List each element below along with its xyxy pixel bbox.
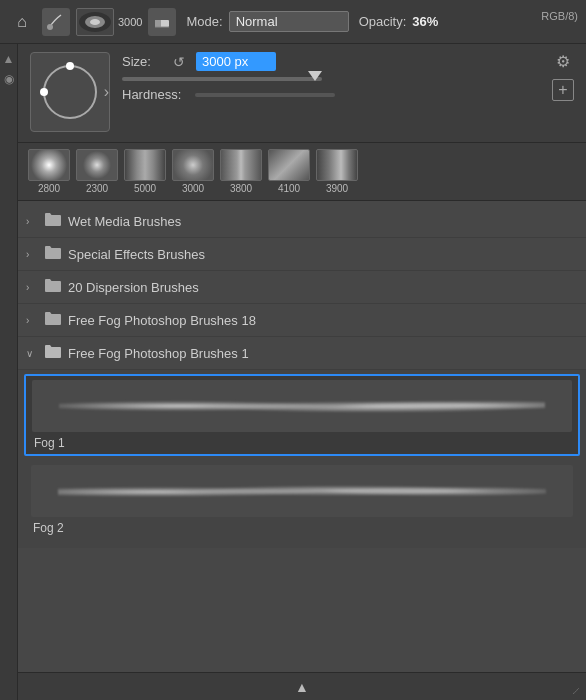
brush-thumb-preview-3000	[172, 149, 214, 181]
brush-thumb-preview-3900	[316, 149, 358, 181]
brush-thumb-5000[interactable]: 5000	[124, 149, 166, 194]
mode-select[interactable]: NormalDissolveBehindClearDarkenMultiplyC…	[229, 11, 349, 32]
brush-panel: › Size: ↺ Hardness:	[18, 44, 586, 700]
brush-items-free-fog-1: Fog 1Fog 2	[18, 370, 586, 548]
brush-thumb-label-3000: 3000	[182, 183, 204, 194]
brush-thumb-label-2300: 2300	[86, 183, 108, 194]
left-panel-strip: ▲ ◉	[0, 44, 18, 700]
brush-thumb-2800[interactable]: 2800	[28, 149, 70, 194]
hardness-label: Hardness:	[122, 87, 187, 102]
size-row: Size: ↺	[122, 52, 540, 71]
hardness-slider[interactable]	[195, 93, 335, 97]
brush-size-panel: › Size: ↺ Hardness:	[18, 44, 586, 143]
brush-thumb-label-3900: 3900	[326, 183, 348, 194]
chevron-dispersion: ›	[26, 282, 38, 293]
group-name-free-fog-1: Free Fog Photoshop Brushes 1	[68, 346, 249, 361]
folder-icon-wet-media	[44, 211, 62, 231]
chevron-special-effects: ›	[26, 249, 38, 260]
panel-icons-right: ⚙ +	[552, 52, 574, 101]
brush-thumbnail-toolbar[interactable]	[76, 8, 114, 36]
left-tool-2[interactable]: ◉	[2, 72, 16, 86]
size-slider[interactable]	[122, 77, 322, 81]
folder-icon-special-effects	[44, 244, 62, 264]
brush-preview-toolbar[interactable]: 3000	[76, 8, 142, 36]
folder-icon-free-fog-1	[44, 343, 62, 363]
group-name-wet-media: Wet Media Brushes	[68, 214, 181, 229]
brush-stroke-preview	[77, 9, 113, 35]
brush-thumb-label-2800: 2800	[38, 183, 60, 194]
circle-preview: ›	[43, 65, 97, 119]
chevron-free-fog-18: ›	[26, 315, 38, 326]
brush-item-thumb-fog1	[32, 380, 572, 432]
brush-item-thumb-fog2	[31, 465, 573, 517]
svg-rect-5	[155, 20, 161, 27]
mode-section: Mode: NormalDissolveBehindClearDarkenMul…	[186, 11, 348, 32]
brush-group-free-fog-1[interactable]: ∨Free Fog Photoshop Brushes 1	[18, 337, 586, 370]
scroll-up-button[interactable]: ▲	[295, 679, 309, 695]
size-input[interactable]	[196, 52, 276, 71]
brush-thumb-3800[interactable]: 3800	[220, 149, 262, 194]
brush-thumbnails-row: 2800230050003000380041003900	[18, 143, 586, 201]
folder-icon-free-fog-18	[44, 310, 62, 330]
color-mode-label: RGB/8)	[541, 10, 578, 22]
toolbar-brush-size: 3000	[118, 16, 142, 28]
brush-stroke-fog2	[58, 482, 546, 500]
home-button[interactable]: ⌂	[8, 8, 36, 36]
eraser-button[interactable]	[148, 8, 176, 36]
brush-list-container: ›Wet Media Brushes›Special Effects Brush…	[18, 201, 586, 672]
plus-icon: +	[558, 81, 567, 99]
opacity-section: Opacity: 36%	[359, 14, 439, 29]
brush-item-label-fog2: Fog 2	[31, 521, 573, 535]
brush-group-dispersion[interactable]: ›20 Dispersion Brushes	[18, 271, 586, 304]
toolbar: ⌂ 3000 Mode: NormalDissolveBehindClearDa…	[0, 0, 586, 44]
brush-thumb-2300[interactable]: 2300	[76, 149, 118, 194]
opacity-label: Opacity:	[359, 14, 407, 29]
eraser-icon	[152, 12, 172, 32]
circle-handle-top	[66, 62, 74, 70]
brush-group-free-fog-18[interactable]: ›Free Fog Photoshop Brushes 18	[18, 304, 586, 337]
mode-label: Mode:	[186, 14, 222, 29]
brush-tool-button[interactable]	[42, 8, 70, 36]
circle-handle-left	[40, 88, 48, 96]
brush-icon	[46, 12, 66, 32]
add-brush-button[interactable]: +	[552, 79, 574, 101]
brush-item-label-fog1: Fog 1	[32, 436, 572, 450]
reset-size-button[interactable]: ↺	[170, 53, 188, 71]
brush-stroke-fog1	[59, 397, 545, 415]
brush-thumb-4100[interactable]: 4100	[268, 149, 310, 194]
size-slider-thumb	[308, 71, 322, 81]
home-icon: ⌂	[17, 13, 27, 31]
left-tool-1[interactable]: ▲	[2, 52, 16, 66]
svg-point-3	[90, 19, 100, 25]
size-slider-row	[122, 77, 540, 81]
brush-thumb-preview-4100	[268, 149, 310, 181]
gear-button[interactable]: ⚙	[556, 52, 570, 71]
brush-thumb-label-3800: 3800	[230, 183, 252, 194]
bottom-bar: ▲ ⟋	[18, 672, 586, 700]
svg-point-0	[47, 24, 53, 30]
size-controls: Size: ↺ Hardness:	[122, 52, 540, 102]
brush-thumb-preview-5000	[124, 149, 166, 181]
brush-thumb-3000[interactable]: 3000	[172, 149, 214, 194]
brush-thumb-label-4100: 4100	[278, 183, 300, 194]
brush-thumb-preview-3800	[220, 149, 262, 181]
brush-group-special-effects[interactable]: ›Special Effects Brushes	[18, 238, 586, 271]
chevron-wet-media: ›	[26, 216, 38, 227]
brush-group-wet-media[interactable]: ›Wet Media Brushes	[18, 205, 586, 238]
brush-preview-circle: ›	[30, 52, 110, 132]
circle-arrow-icon: ›	[104, 83, 109, 101]
resize-handle[interactable]: ⟋	[570, 684, 582, 698]
main-content: › Size: ↺ Hardness:	[18, 44, 586, 700]
brush-thumb-preview-2800	[28, 149, 70, 181]
brush-thumb-3900[interactable]: 3900	[316, 149, 358, 194]
brush-item-fog1[interactable]: Fog 1	[24, 374, 580, 456]
brush-thumb-label-5000: 5000	[134, 183, 156, 194]
folder-icon-dispersion	[44, 277, 62, 297]
brush-list: ›Wet Media Brushes›Special Effects Brush…	[18, 201, 586, 552]
size-label: Size:	[122, 54, 162, 69]
group-name-special-effects: Special Effects Brushes	[68, 247, 205, 262]
hardness-row: Hardness:	[122, 87, 540, 102]
brush-item-fog2[interactable]: Fog 2	[24, 460, 580, 540]
opacity-value: 36%	[412, 14, 438, 29]
group-name-free-fog-18: Free Fog Photoshop Brushes 18	[68, 313, 256, 328]
